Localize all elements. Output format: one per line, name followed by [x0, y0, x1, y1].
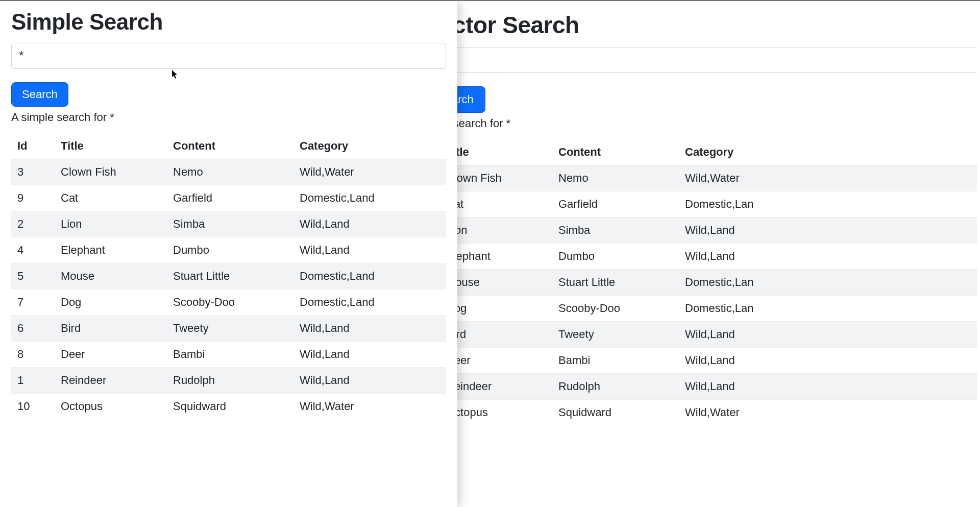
- page-title: Simple Search: [11, 9, 446, 35]
- cell-category: Wild,Land: [293, 237, 446, 263]
- results-table: Id Title Content Category 3Clown FishNem…: [11, 133, 446, 419]
- cell-title: Dog: [55, 289, 167, 316]
- cell-id: 1: [11, 368, 55, 394]
- cell-id: 9: [11, 185, 55, 211]
- search-status: A simple search for *: [11, 111, 446, 124]
- table-row: 2LionSimbaWild,Land: [11, 211, 446, 237]
- cell-content: Dumbo: [167, 237, 293, 263]
- cell-id: 4: [11, 237, 55, 263]
- table-header-row: Title Content Category: [440, 139, 977, 165]
- table-row: DeerBambiWild,Land: [440, 348, 977, 374]
- cell-category: Wild,Land: [679, 218, 977, 244]
- cell-content: Rudolph: [167, 368, 293, 394]
- results-table: Title Content Category Clown FishNemoWil…: [440, 139, 977, 425]
- table-row: 6BirdTweetyWild,Land: [11, 316, 446, 342]
- cell-category: Domestic,Land: [293, 185, 446, 211]
- cell-id: 2: [11, 211, 55, 237]
- table-row: ReindeerRudolphWild,Land: [440, 374, 977, 400]
- cell-category: Wild,Land: [679, 244, 977, 270]
- cell-content: Tweety: [552, 322, 679, 348]
- table-row: 1ReindeerRudolphWild,Land: [11, 368, 446, 394]
- search-input[interactable]: [440, 47, 977, 73]
- page-title: ector Search: [440, 11, 977, 39]
- cell-category: Wild,Land: [293, 211, 446, 237]
- cell-title: Lion: [55, 211, 167, 237]
- cell-content: Nemo: [167, 159, 293, 185]
- col-category: Category: [293, 133, 446, 159]
- cell-category: Wild,Land: [293, 316, 446, 342]
- table-row: 3Clown FishNemoWild,Water: [11, 159, 446, 185]
- search-input[interactable]: [11, 43, 446, 69]
- table-row: OctopusSquidwardWild,Water: [440, 400, 977, 426]
- vector-search-window: ector Search arch or search for * Title …: [429, 1, 980, 507]
- cell-category: Domestic,Lan: [679, 296, 977, 322]
- cell-category: Wild,Land: [679, 322, 977, 348]
- cell-category: Wild,Water: [293, 394, 446, 420]
- cell-title: Reindeer: [55, 368, 167, 394]
- table-row: CatGarfieldDomestic,Lan: [440, 191, 977, 218]
- col-category: Category: [679, 139, 977, 165]
- table-row: Clown FishNemoWild,Water: [440, 165, 977, 191]
- search-status: or search for *: [440, 117, 977, 130]
- table-row: 7DogScooby-DooDomestic,Land: [11, 289, 446, 316]
- cell-title: Deer: [55, 342, 167, 368]
- cell-category: Wild,Water: [293, 159, 446, 185]
- cell-content: Simba: [552, 218, 679, 244]
- cell-category: Wild,Water: [679, 165, 977, 191]
- cell-title: Bird: [55, 316, 167, 342]
- table-row: MouseStuart LittleDomestic,Lan: [440, 270, 977, 296]
- cell-content: Tweety: [167, 316, 293, 342]
- cell-content: Squidward: [552, 400, 679, 426]
- table-row: 5MouseStuart LittleDomestic,Land: [11, 263, 446, 289]
- cell-content: Simba: [167, 211, 293, 237]
- cell-content: Bambi: [167, 342, 293, 368]
- search-button[interactable]: Search: [11, 82, 68, 107]
- cell-category: Domestic,Lan: [679, 191, 977, 218]
- cell-content: Garfield: [552, 191, 679, 218]
- table-row: 4ElephantDumboWild,Land: [11, 237, 446, 263]
- col-content: Content: [552, 139, 679, 165]
- cell-title: Mouse: [55, 263, 167, 289]
- table-row: LionSimbaWild,Land: [440, 218, 977, 244]
- cell-category: Wild,Land: [293, 368, 446, 394]
- cell-id: 5: [11, 263, 55, 289]
- cell-content: Garfield: [167, 185, 293, 211]
- cell-content: Stuart Little: [167, 263, 293, 289]
- cell-category: Wild,Land: [679, 348, 977, 374]
- cell-category: Domestic,Lan: [679, 270, 977, 296]
- table-row: ElephantDumboWild,Land: [440, 244, 977, 270]
- simple-search-window: Simple Search Search A simple search for…: [0, 1, 457, 507]
- cell-content: Scooby-Doo: [552, 296, 679, 322]
- cell-title: Clown Fish: [55, 159, 167, 185]
- cell-category: Wild,Land: [679, 374, 977, 400]
- cell-category: Wild,Water: [679, 400, 977, 426]
- col-id: Id: [11, 133, 55, 159]
- cell-id: 6: [11, 316, 55, 342]
- cell-content: Scooby-Doo: [167, 289, 293, 316]
- cell-id: 3: [11, 159, 55, 185]
- cell-category: Domestic,Land: [293, 289, 446, 316]
- table-row: 9CatGarfieldDomestic,Land: [11, 185, 446, 211]
- cell-content: Bambi: [552, 348, 679, 374]
- table-row: BirdTweetyWild,Land: [440, 322, 977, 348]
- table-row: 8DeerBambiWild,Land: [11, 342, 446, 368]
- cell-title: Octopus: [55, 394, 167, 420]
- cell-content: Squidward: [167, 394, 293, 420]
- cell-id: 7: [11, 289, 55, 316]
- cell-id: 10: [11, 394, 55, 420]
- cell-id: 8: [11, 342, 55, 368]
- cell-content: Dumbo: [552, 244, 679, 270]
- cell-title: Elephant: [55, 237, 167, 263]
- cell-category: Wild,Land: [293, 342, 446, 368]
- table-row: DogScooby-DooDomestic,Lan: [440, 296, 977, 322]
- cell-title: Cat: [55, 185, 167, 211]
- table-row: 10OctopusSquidwardWild,Water: [11, 394, 446, 420]
- cell-content: Stuart Little: [552, 270, 679, 296]
- cell-category: Domestic,Land: [293, 263, 446, 289]
- col-content: Content: [167, 133, 293, 159]
- table-header-row: Id Title Content Category: [11, 133, 446, 159]
- cell-content: Nemo: [552, 165, 679, 191]
- col-title: Title: [55, 133, 167, 159]
- cell-content: Rudolph: [552, 374, 679, 400]
